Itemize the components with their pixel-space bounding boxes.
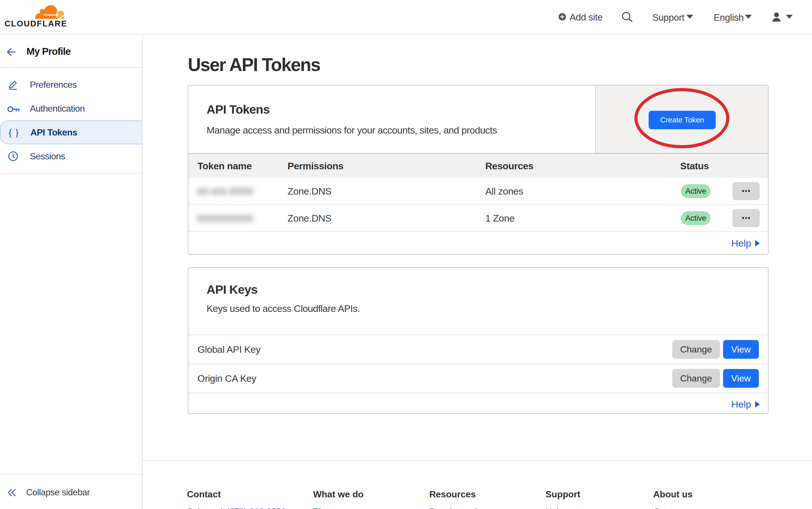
svg-text:{ }: { } bbox=[8, 127, 19, 137]
